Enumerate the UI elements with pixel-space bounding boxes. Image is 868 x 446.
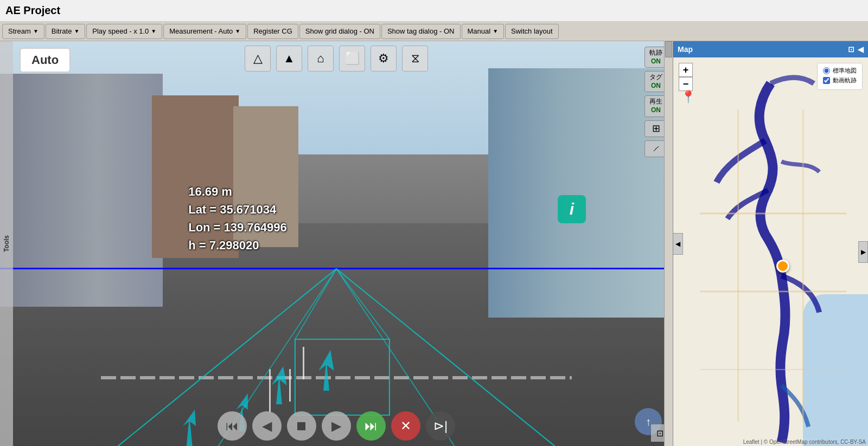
video-track-label: 動画軌跡	[833, 76, 857, 85]
street-view-panel[interactable]: Tools Auto △ ▲ ⌂ ⬜ ⚙ ⧖ 軌跡 ON タグ ON	[0, 41, 673, 446]
title-bar: AE Project	[0, 0, 868, 22]
auto-button[interactable]: Auto	[20, 48, 71, 73]
tools-sidebar[interactable]: Tools	[0, 41, 13, 446]
menu-bar: Stream ▼ Bitrate ▼ Play speed - x 1.0 ▼ …	[0, 22, 868, 41]
right-building-windows	[499, 79, 662, 269]
play-state: ON	[649, 106, 662, 115]
zoom-out-button[interactable]: −	[679, 77, 693, 91]
bitrate-arrow-icon: ▼	[74, 28, 79, 34]
map-header-icons: ⊡ ◀	[848, 45, 864, 54]
standard-map-option[interactable]: 標準地図	[823, 67, 857, 75]
lon-value: Lon = 139.764996	[188, 218, 287, 236]
map-background	[673, 57, 868, 446]
play-label: 再生	[649, 98, 662, 106]
tools-label: Tools	[3, 235, 10, 252]
trapezoid-icon[interactable]: ⌂	[308, 46, 334, 72]
track-label: 軌跡	[649, 49, 662, 57]
switch-layout-button[interactable]: Switch layout	[505, 24, 559, 39]
horizon-line	[0, 268, 673, 269]
map-route-svg	[673, 57, 868, 446]
show-grid-button[interactable]: Show grid dialog - ON	[299, 24, 380, 39]
close-button[interactable]: ✕	[391, 411, 420, 441]
map-right-handle[interactable]: ▶	[858, 241, 868, 263]
scrollbar[interactable]	[664, 41, 673, 446]
play-speed-menu[interactable]: Play speed - x 1.0 ▼	[86, 24, 162, 39]
play-cg-button[interactable]: ⏭	[356, 411, 386, 441]
stream-menu[interactable]: Stream ▼	[2, 24, 44, 39]
export-button[interactable]: ⊳|	[426, 411, 455, 441]
main-content: Tools Auto △ ▲ ⌂ ⬜ ⚙ ⧖ 軌跡 ON タグ ON	[0, 41, 868, 446]
stop-button[interactable]: ⏹	[287, 411, 316, 441]
map-header: Map ⊡ ◀	[673, 41, 868, 57]
info-icon[interactable]: i	[558, 195, 586, 223]
scrollbar-thumb[interactable]	[665, 41, 672, 57]
map-title: Map	[678, 45, 693, 54]
triangle-up-icon[interactable]: △	[245, 46, 271, 72]
h-value: h = 7.298020	[188, 236, 287, 254]
map-location-pin[interactable]: 📍	[681, 90, 695, 104]
left-building-windows	[11, 85, 141, 247]
cube-icon[interactable]: ⬜	[339, 46, 365, 72]
play-button[interactable]: ▶	[322, 411, 351, 441]
manual-menu[interactable]: Manual ▼	[462, 24, 505, 39]
tag-label: タグ	[649, 73, 662, 82]
app-title: AE Project	[5, 4, 60, 17]
manual-arrow-icon: ▼	[493, 28, 498, 34]
map-expand-icon[interactable]: ⊡	[848, 45, 854, 54]
map-collapse-icon[interactable]: ◀	[858, 45, 864, 54]
show-tag-button[interactable]: Show tag dialog - ON	[381, 24, 461, 39]
register-cg-button[interactable]: Register CG	[247, 24, 298, 39]
bitrate-menu[interactable]: Bitrate ▼	[46, 24, 85, 39]
tag-state: ON	[649, 82, 662, 91]
triangle-dotted-icon[interactable]: ▲	[276, 46, 302, 72]
map-content[interactable]: + − 📍 標準地図 動画軌跡 Leaflet | © OpenStreetMa…	[673, 57, 868, 446]
map-left-handle[interactable]: ◀	[673, 233, 683, 255]
standard-map-label: 標準地図	[833, 67, 857, 75]
map-panel: ◀ Map ⊡ ◀	[673, 41, 868, 446]
zoom-in-button[interactable]: +	[679, 63, 693, 77]
street-view-background	[0, 41, 673, 446]
video-track-option[interactable]: 動画軌跡	[823, 76, 857, 85]
measurement-overlay: 16.69 m Lat = 35.671034 Lon = 139.764996…	[188, 183, 287, 254]
playback-controls: ⏮ ◀ ⏹ ▶ ⏭ ✕ ⊳|	[218, 411, 455, 441]
top-toolbar: △ ▲ ⌂ ⬜ ⚙ ⧖	[245, 46, 428, 72]
lat-value: Lat = 35.671034	[188, 201, 287, 218]
prev-button[interactable]: ◀	[252, 411, 282, 441]
distance-value: 16.69 m	[188, 183, 287, 201]
play-speed-arrow-icon: ▼	[151, 28, 156, 34]
video-track-checkbox[interactable]	[823, 77, 830, 84]
standard-map-radio[interactable]	[823, 67, 830, 74]
skip-back-button[interactable]: ⏮	[218, 411, 247, 441]
track-state: ON	[649, 57, 662, 66]
map-attribution: Leaflet | © OpenStreetMap contributors, …	[743, 439, 866, 445]
settings-icon[interactable]: ⚙	[371, 46, 397, 72]
measurement-menu[interactable]: Measurement - Auto ▼	[163, 24, 246, 39]
position-marker	[776, 260, 789, 273]
stream-arrow-icon: ▼	[33, 28, 39, 34]
measurement-arrow-icon: ▼	[235, 28, 240, 34]
map-legend: 標準地図 動画軌跡	[817, 63, 863, 90]
filter-icon[interactable]: ⧖	[402, 46, 428, 72]
map-zoom-controls: + −	[679, 63, 693, 91]
